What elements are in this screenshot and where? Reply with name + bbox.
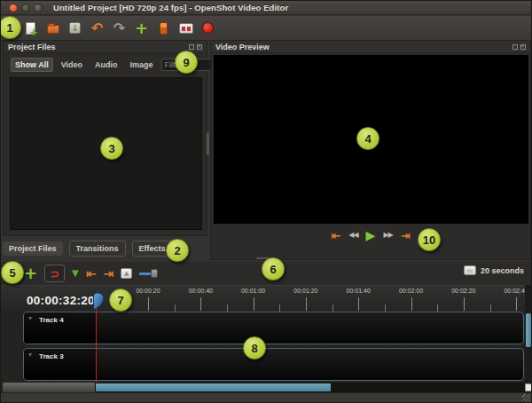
chevron-down-icon[interactable]: ▾: [28, 352, 32, 359]
timeline-tracks-area: ▾ Track 4 ▾ Track 3: [1, 312, 532, 393]
ruler-label: 00:01:20: [286, 288, 325, 294]
ruler-label: 00:01:40: [339, 288, 378, 294]
playback-controls: ⇤ ◀◀ ▶ ▶▶ ⇥: [211, 229, 530, 241]
ruler-label: 00:00:20: [129, 288, 168, 294]
callout-badge-4: 4: [356, 127, 379, 150]
ruler-tick-major: [358, 297, 359, 311]
zoom-scale-label: 20 seconds: [481, 266, 524, 275]
undo-icon: ↶: [91, 21, 103, 36]
close-panel-icon[interactable]: [197, 44, 202, 50]
record-icon: [202, 22, 214, 34]
undock-icon[interactable]: [512, 44, 518, 50]
import-sequence-icon: [160, 22, 168, 35]
video-preview-header: Video Preview: [211, 41, 530, 53]
ruler-label: 00:02:20: [444, 288, 483, 294]
timeline-zoom-slider[interactable]: [139, 268, 162, 279]
record-button[interactable]: [200, 20, 216, 36]
ruler-tick-major: [200, 297, 201, 311]
track-row[interactable]: ▾ Track 4: [23, 312, 524, 344]
import-sequence-button[interactable]: [155, 20, 172, 36]
open-folder-icon: [47, 25, 59, 34]
snapshot-icon: ▲: [124, 271, 129, 277]
track-name: Track 4: [39, 316, 64, 324]
plus-icon: +: [30, 28, 38, 37]
ruler-label: 00:01:00: [234, 288, 273, 294]
project-files-dock-icons: [189, 44, 202, 50]
export-video-button[interactable]: [177, 20, 194, 36]
save-button[interactable]: ↓: [66, 20, 83, 36]
window-maximize-button[interactable]: [34, 4, 43, 12]
slider-knob[interactable]: [151, 269, 158, 278]
ruler-tick-minor: [279, 304, 280, 312]
window-title: Untitled Project [HD 720p 24 fps] - Open…: [53, 3, 288, 12]
scrollbar-corner: [525, 383, 532, 391]
tab-transitions[interactable]: Transitions: [69, 241, 126, 257]
ruler-label: 00:00:40: [181, 288, 220, 294]
ruler-tick-minor: [175, 304, 176, 312]
export-video-icon: [179, 23, 193, 34]
download-arrow-icon: ↓: [71, 24, 78, 33]
magnet-icon: ⊃: [50, 268, 59, 280]
dock-tab-bar: Project Files Transitions Effects: [3, 241, 173, 257]
undock-icon[interactable]: [189, 44, 194, 50]
save-icon: ↓: [69, 22, 81, 34]
close-panel-icon[interactable]: [520, 44, 526, 50]
add-files-icon: +: [135, 20, 148, 36]
tab-project-files[interactable]: Project Files: [3, 241, 63, 256]
timeline-corner-block: [3, 383, 95, 392]
next-marker-button[interactable]: ⇥: [104, 267, 114, 280]
horizontal-scrollbar-thumb[interactable]: [96, 383, 331, 391]
track-row[interactable]: ▾ Track 3: [23, 348, 524, 381]
play-button[interactable]: ▶: [366, 229, 376, 241]
ruler-tick-major: [411, 297, 412, 311]
new-file-icon: +: [26, 22, 35, 35]
playhead-line: [96, 308, 97, 383]
fast-forward-button[interactable]: ▶▶: [383, 232, 392, 239]
video-preview-title: Video Preview: [215, 43, 270, 51]
video-preview-dock-icons: [512, 44, 526, 50]
timeline-ruler[interactable]: 00:00:32:20 00:00:2000:00:4000:01:0000:0…: [1, 285, 532, 312]
ruler-tick-minor: [490, 304, 491, 312]
window-bottom-strip: [1, 393, 532, 403]
jump-end-button[interactable]: ⇥: [401, 230, 411, 241]
add-track-button[interactable]: +: [24, 265, 37, 281]
filter-video-button[interactable]: Video: [57, 58, 87, 72]
jump-start-button[interactable]: ⇤: [331, 230, 340, 241]
undo-button[interactable]: ↶: [89, 20, 106, 36]
title-bar: Untitled Project [HD 720p 24 fps] - Open…: [1, 1, 532, 15]
redo-button[interactable]: ↷: [111, 20, 128, 36]
zoom-scale-icon[interactable]: m: [464, 265, 476, 275]
snapping-toggle-button[interactable]: ⊃: [44, 265, 65, 282]
window-minimize-button[interactable]: [21, 4, 30, 12]
ruler-tick-major: [464, 297, 465, 311]
callout-badge-9: 9: [175, 51, 198, 74]
filter-image-button[interactable]: Image: [126, 58, 158, 72]
window-close-button[interactable]: [9, 4, 18, 12]
playhead-flag-icon[interactable]: [92, 292, 106, 310]
previous-marker-button[interactable]: ⇤: [86, 267, 97, 280]
vertical-splitter-handle[interactable]: [207, 132, 209, 155]
snapshot-button[interactable]: ▲: [121, 268, 132, 279]
ruler-tick-minor: [332, 304, 333, 312]
vertical-scrollbar-thumb[interactable]: [526, 313, 531, 347]
resize-grip[interactable]: [522, 394, 532, 403]
openshot-window: Untitled Project [HD 720p 24 fps] - Open…: [0, 0, 532, 403]
chevron-down-icon[interactable]: ▾: [28, 315, 32, 322]
ruler-tick-major: [516, 297, 517, 311]
redo-icon: ↷: [113, 21, 125, 36]
project-files-title: Project Files: [8, 43, 56, 51]
add-files-button[interactable]: +: [133, 20, 150, 36]
callout-badge-3: 3: [100, 137, 123, 160]
open-folder-button[interactable]: [44, 20, 61, 36]
ruler-tick-major: [148, 297, 149, 311]
rewind-button[interactable]: ◀◀: [348, 232, 357, 239]
filter-show-all-button[interactable]: Show All: [11, 58, 53, 72]
new-file-button[interactable]: +: [22, 20, 39, 36]
callout-badge-2: 2: [166, 239, 189, 262]
ruler-tick-major: [306, 297, 307, 311]
callout-badge-6: 6: [262, 257, 285, 281]
ruler-tick-minor: [385, 304, 386, 312]
filter-audio-button[interactable]: Audio: [90, 58, 122, 72]
add-marker-button[interactable]: ▼: [72, 269, 79, 278]
callout-badge-10: 10: [418, 228, 441, 251]
